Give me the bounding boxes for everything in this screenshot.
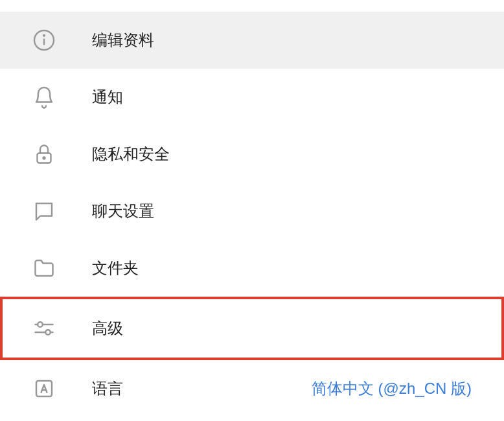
menu-item-edit-profile[interactable]: 编辑资料 [0, 12, 504, 69]
menu-item-language[interactable]: 语言 简体中文 (@zh_CN 版) [0, 360, 504, 417]
menu-item-label: 语言 [92, 378, 312, 399]
menu-item-label: 高级 [92, 318, 485, 339]
settings-menu-list: 编辑资料 通知 隐私和安全 聊天设置 [0, 0, 504, 417]
menu-item-privacy[interactable]: 隐私和安全 [0, 126, 504, 183]
bell-icon [32, 85, 56, 109]
svg-rect-9 [36, 381, 52, 396]
folder-icon [32, 256, 56, 280]
menu-item-label: 聊天设置 [92, 201, 485, 222]
menu-item-label: 编辑资料 [92, 30, 485, 51]
svg-point-8 [45, 330, 51, 335]
lock-icon [32, 142, 56, 166]
menu-item-label: 通知 [92, 87, 485, 108]
menu-item-label: 隐私和安全 [92, 144, 485, 165]
svg-point-4 [43, 157, 45, 159]
language-icon [32, 377, 56, 400]
svg-point-6 [38, 322, 43, 327]
menu-item-folders[interactable]: 文件夹 [0, 240, 504, 297]
menu-item-advanced[interactable]: 高级 [0, 297, 504, 360]
chat-icon [32, 199, 56, 223]
menu-item-chat-settings[interactable]: 聊天设置 [0, 183, 504, 240]
menu-item-notifications[interactable]: 通知 [0, 69, 504, 126]
sliders-icon [32, 317, 56, 340]
info-icon [32, 28, 56, 52]
svg-point-2 [43, 35, 45, 36]
menu-item-label: 文件夹 [92, 258, 485, 279]
menu-item-value: 简体中文 (@zh_CN 版) [312, 378, 472, 399]
